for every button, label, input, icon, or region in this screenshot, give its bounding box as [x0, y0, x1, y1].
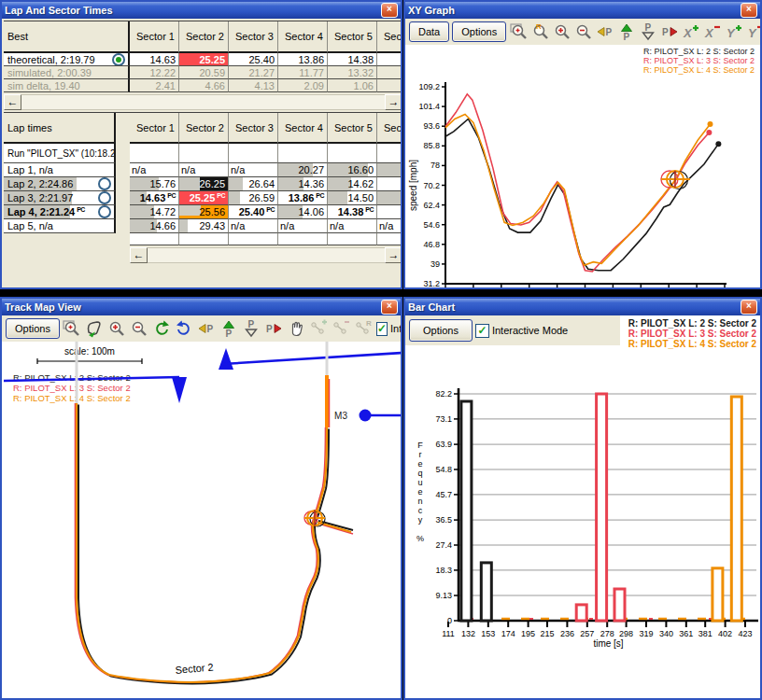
bar[interactable] — [576, 605, 586, 621]
table-row[interactable] — [4, 233, 402, 245]
bar[interactable] — [614, 589, 625, 621]
lap-table-hscrollbar[interactable]: ← → — [130, 247, 402, 263]
row-label[interactable]: theoretical, 2:19.79 — [4, 53, 130, 66]
sector-time-cell[interactable] — [278, 233, 328, 245]
sector-time-cell[interactable]: 20.59 — [179, 66, 229, 79]
sector-time-cell[interactable] — [377, 53, 402, 66]
titlebar-xy[interactable]: XY Graph × — [405, 2, 760, 19]
sector-time-cell[interactable]: 14.72 — [130, 205, 179, 219]
sector-time-cell[interactable]: 12.22 — [130, 66, 179, 79]
sector-time-cell[interactable] — [278, 144, 328, 163]
sector-time-cell[interactable] — [179, 233, 229, 245]
table-row[interactable]: Lap 5, n/a14.6629.43n/an/an/an/a — [4, 219, 402, 233]
row-label[interactable]: simulated, 2:00.39 — [4, 66, 130, 79]
sector-time-cell[interactable]: 25.56 — [179, 205, 229, 219]
sector-time-cell[interactable] — [130, 233, 179, 245]
pan-hand-icon[interactable] — [287, 319, 306, 339]
sector-time-cell[interactable]: 14.63PC — [130, 191, 179, 205]
y-plus-icon[interactable]: Y — [724, 22, 743, 42]
bar[interactable] — [461, 401, 472, 621]
sector-time-cell[interactable]: 21.27 — [229, 66, 278, 79]
sector-time-cell[interactable] — [130, 144, 179, 163]
zoom-box-icon[interactable] — [63, 319, 82, 339]
fit-track-icon[interactable] — [85, 319, 105, 339]
table-row[interactable]: Run "PILOT_SX" (10:18.29) — [4, 144, 402, 163]
flag-start-icon[interactable]: P — [219, 319, 239, 339]
y-minus-icon[interactable]: Y — [745, 22, 762, 42]
lap-radio-button[interactable] — [98, 205, 111, 218]
sector-time-cell[interactable]: 14.38PC — [328, 205, 377, 219]
sector-time-cell[interactable]: n/a — [179, 163, 229, 177]
flag-finish-icon[interactable]: P — [638, 22, 657, 42]
sector-time-cell[interactable] — [377, 79, 402, 92]
marker-prev-icon[interactable]: P — [197, 319, 217, 339]
xy-chart[interactable]: 31.23946.854.662.470.27885.893.6101.4109… — [405, 45, 762, 289]
sector-time-cell[interactable]: 25.25 — [179, 53, 229, 66]
bar[interactable] — [597, 394, 607, 621]
rotate-ccw-icon[interactable] — [175, 319, 194, 339]
row-label[interactable]: Run "PILOT_SX" (10:18.29) — [4, 144, 116, 163]
sector-time-cell[interactable]: 2.41 — [130, 79, 179, 92]
titlebar-track[interactable]: Track Map View × — [2, 299, 401, 315]
scrollbar-track[interactable] — [148, 247, 385, 263]
close-icon[interactable]: × — [741, 3, 757, 18]
table-row[interactable]: theoretical, 2:19.7914.6325.2525.4013.86… — [4, 53, 402, 66]
sector-time-cell[interactable]: 13.32 — [328, 66, 377, 79]
bar[interactable] — [713, 568, 723, 621]
sector-time-cell[interactable]: 15.76 — [130, 177, 179, 191]
scrollbar-track[interactable] — [21, 94, 385, 110]
data-button[interactable]: Data — [409, 21, 449, 42]
sector-time-cell[interactable]: 14.63 — [130, 53, 179, 66]
lap-radio-button[interactable] — [98, 177, 111, 190]
sector-time-cell[interactable]: n/a — [130, 163, 179, 177]
zoom-box-icon[interactable] — [509, 22, 529, 42]
sector-time-cell[interactable]: 25.40PC — [229, 205, 278, 219]
sector-time-cell[interactable]: 11.77 — [278, 66, 328, 79]
sector-time-cell[interactable] — [377, 144, 402, 163]
scroll-left-icon[interactable]: ← — [130, 247, 148, 263]
sector-time-cell[interactable]: 14.62 — [328, 177, 377, 191]
sector-time-cell[interactable]: 4.66 — [179, 79, 229, 92]
interactive-mode-checkbox[interactable]: ✓ — [475, 324, 489, 338]
sector-time-cell[interactable] — [377, 233, 402, 245]
bar[interactable] — [481, 563, 491, 621]
flag-finish-icon[interactable]: P — [242, 319, 261, 339]
sector-time-cell[interactable]: 14.50 — [328, 191, 377, 205]
zoom-out-icon[interactable] — [573, 22, 593, 42]
sector-time-cell[interactable]: 1.06 — [328, 79, 377, 92]
row-label[interactable]: sim delta, 19.40 — [4, 79, 130, 92]
bar-chart[interactable]: 09.1318.327.436.545.754.863.973.182.2111… — [405, 355, 762, 700]
sector-time-cell[interactable]: 2.09 — [278, 79, 328, 92]
sector-time-cell[interactable] — [377, 177, 402, 191]
sector-time-cell[interactable] — [179, 144, 229, 163]
sector-time-cell[interactable] — [377, 191, 402, 205]
table-row[interactable]: Lap 4, 2:21.24PC14.7225.5625.40PC14.0614… — [4, 205, 402, 219]
row-label[interactable]: Lap 1, n/a — [4, 163, 116, 177]
table-row[interactable]: simulated, 2:00.3912.2220.5921.2711.7713… — [4, 66, 402, 79]
row-label[interactable]: Lap 5, n/a — [4, 219, 116, 233]
sector-time-cell[interactable]: 1 — [377, 163, 402, 177]
sector-time-cell[interactable]: 14.36 — [278, 177, 328, 191]
track-map[interactable]: scale: 100mR: PILOT_SX L: 2 S: Sector 2R… — [4, 342, 402, 700]
zoom-out-icon[interactable] — [130, 319, 149, 339]
row-label[interactable]: Lap 2, 2:24.86 — [4, 177, 116, 191]
titlebar-lap[interactable]: Lap And Sector Times × — [2, 2, 401, 19]
sector-time-cell[interactable]: 8.9 — [377, 205, 402, 219]
scroll-left-icon[interactable]: ← — [4, 94, 21, 110]
flag-start-icon[interactable]: P — [616, 22, 636, 42]
scroll-right-icon[interactable]: → — [385, 247, 402, 263]
sector-time-cell[interactable]: 26.59 — [229, 191, 278, 205]
rotate-cw-icon[interactable] — [152, 319, 172, 339]
close-icon[interactable]: × — [381, 3, 398, 18]
sector-time-cell[interactable]: 20.27 — [278, 163, 328, 177]
interactive-checkbox[interactable]: ✓ — [376, 322, 388, 336]
sector-time-cell[interactable]: 25.25PC — [179, 191, 229, 205]
sector-time-cell[interactable]: 26.64 — [229, 177, 278, 191]
marker-prev-icon[interactable]: P — [595, 22, 614, 42]
cursor-marker[interactable] — [661, 171, 690, 189]
sector-time-cell[interactable]: 4.13 — [229, 79, 278, 92]
sector-time-cell[interactable]: 14.66 — [130, 219, 179, 233]
sector-time-cell[interactable]: n/a — [229, 163, 278, 177]
marker-next-icon[interactable]: P — [264, 319, 284, 339]
lap-radio-button[interactable] — [112, 53, 125, 66]
